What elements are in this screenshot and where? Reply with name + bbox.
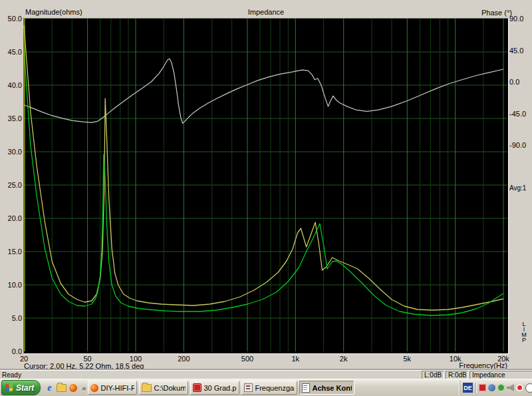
language-indicator[interactable]: DE <box>463 383 473 393</box>
cursor-readout: Cursor: 2.00 Hz, 5.22 Ohm, 18.5 deg <box>24 362 144 370</box>
magnitude-tick-label: 15.0 <box>0 248 22 256</box>
taskbar-task-button[interactable]: DIY-HIFI-Forum - Antwo... <box>88 381 137 395</box>
magnitude-tick-label: 20.0 <box>0 214 22 222</box>
folder-icon <box>142 384 152 392</box>
doc-icon <box>302 383 310 393</box>
tray-clock-icon[interactable] <box>525 383 532 393</box>
phase-tick-label: -45.0 <box>509 110 526 118</box>
taskbar-task-button[interactable]: Achse Kontrolle 02.k... <box>299 381 354 395</box>
limp-vertical-badge: LIMP <box>521 321 527 343</box>
frequency-axis-title: Frequency(Hz) <box>399 361 507 369</box>
quick-launch-folder-icon[interactable] <box>57 384 66 392</box>
phase-tick-label: -90.0 <box>509 141 526 149</box>
phase-tick-label: 90.0 <box>509 15 523 23</box>
taskbar-task-button[interactable]: Frequenzgang.JPG - Paint <box>241 381 297 395</box>
windows-flag-icon <box>5 383 13 393</box>
tray-ati-icon[interactable] <box>479 384 486 391</box>
task-button-label: 30 Grad.pir - Arta <box>203 384 237 392</box>
status-ready-text: Ready <box>0 371 422 379</box>
magnitude-tick-label: 30.0 <box>0 148 22 156</box>
task-button-label: C:\Dokumente und Einst... <box>154 384 186 392</box>
status-bar: Ready L:0dBR:0dBImpedance <box>0 370 532 379</box>
limp-letter: P <box>521 337 527 343</box>
paint-icon <box>244 383 253 392</box>
tray-speaker-icon[interactable] <box>507 384 514 391</box>
frequency-tick-label: 1k <box>281 355 310 363</box>
taskbar: Start e » DIY-HIFI-Forum - Antwo...C:\Do… <box>0 379 532 396</box>
arta-icon <box>193 383 201 392</box>
frequency-tick-label: 200 <box>169 355 198 363</box>
tray-msn-icon[interactable] <box>488 384 495 391</box>
tray-green-icon[interactable] <box>497 384 505 391</box>
task-button-label: DIY-HIFI-Forum - Antwo... <box>100 384 134 392</box>
magnitude-tick-label: 5.0 <box>0 314 22 322</box>
frequency-tick-label: 500 <box>233 355 262 363</box>
firefox-icon <box>90 384 98 392</box>
quick-launch-bar: e <box>45 383 77 393</box>
quick-launch-ie-icon[interactable]: e <box>45 383 54 393</box>
tray-icons <box>479 383 531 393</box>
magnitude-tick-label: 40.0 <box>0 81 22 89</box>
task-button-label: Achse Kontrolle 02.k... <box>312 384 352 392</box>
impedance-chart <box>0 0 532 370</box>
task-button-group: DIY-HIFI-Forum - Antwo...C:\Dokumente un… <box>88 381 354 395</box>
tray-separator <box>475 383 476 393</box>
magnitude-tick-label: 10.0 <box>0 281 22 289</box>
task-button-label: Frequenzgang.JPG - Paint <box>255 384 295 392</box>
quick-launch-firefox-icon[interactable] <box>69 384 77 392</box>
system-tray: DE <box>460 381 531 395</box>
quick-launch-overflow-chevron[interactable]: » <box>82 384 86 392</box>
start-button-label: Start <box>16 383 34 393</box>
tray-red-icon[interactable] <box>516 384 523 391</box>
phase-tick-label: 45.0 <box>509 47 523 55</box>
frequency-tick-label: 2k <box>329 355 358 363</box>
magnitude-tick-label: 25.0 <box>0 181 22 189</box>
phase-tick-label: 0.0 <box>509 78 519 86</box>
magnitude-tick-label: 35.0 <box>0 114 22 122</box>
limp-impedance-window: Magnitude(ohms) Impedance Phase (°) 50.0… <box>0 0 532 370</box>
taskbar-task-button[interactable]: 30 Grad.pir - Arta <box>190 381 239 395</box>
averages-count-label: Avg:1 <box>509 184 526 192</box>
taskbar-task-button[interactable]: C:\Dokumente und Einst... <box>139 381 188 395</box>
magnitude-tick-label: 45.0 <box>0 48 22 56</box>
start-button[interactable]: Start <box>1 380 41 395</box>
magnitude-tick-label: 50.0 <box>0 15 22 23</box>
